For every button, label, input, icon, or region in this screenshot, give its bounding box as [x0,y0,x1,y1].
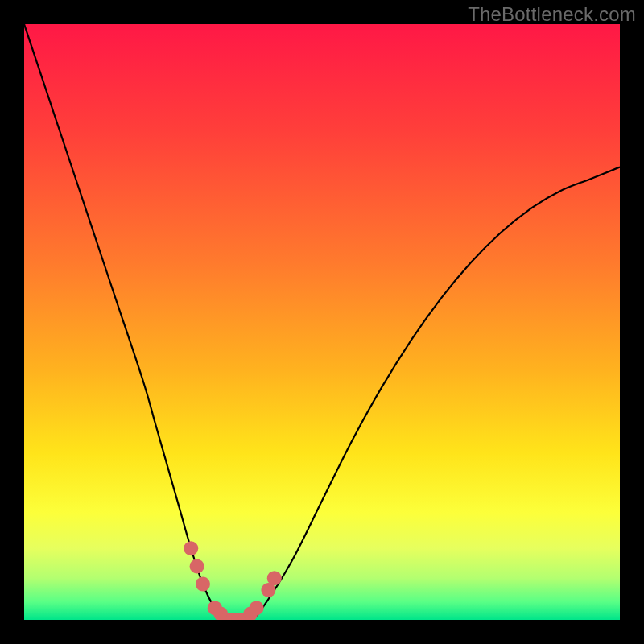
gradient-background [24,24,620,620]
plot-area [24,24,620,620]
data-marker [190,559,204,573]
watermark-text: TheBottleneck.com [468,3,636,26]
data-marker [184,541,198,555]
data-marker [267,571,282,585]
chart-svg [24,24,620,620]
data-marker [250,601,264,615]
data-marker [196,577,210,592]
chart-frame: TheBottleneck.com [0,0,644,644]
